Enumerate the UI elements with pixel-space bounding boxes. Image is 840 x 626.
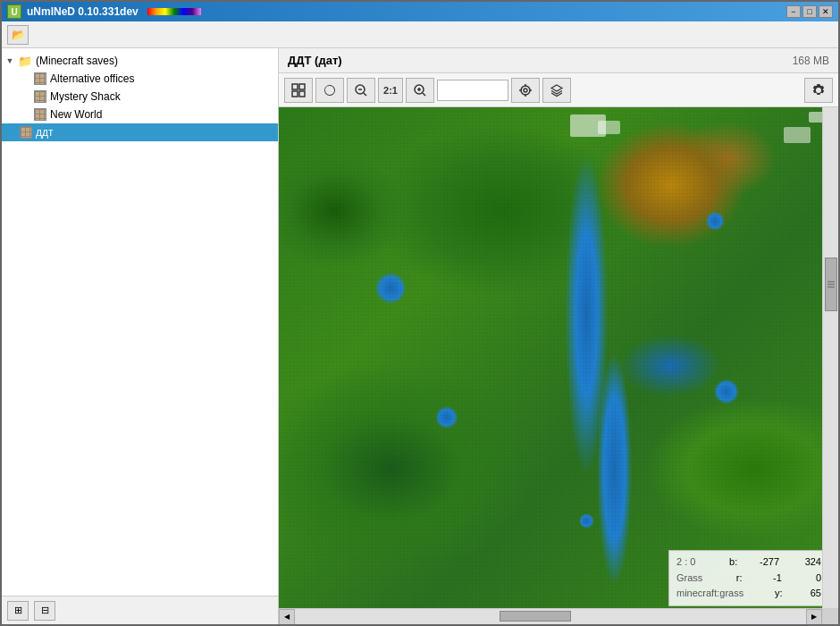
- map-header: ДДТ (дат) 168 MB: [279, 48, 838, 73]
- scroll-corner: [822, 608, 838, 624]
- map-horizontal-scrollbar[interactable]: ◀ ▶: [279, 608, 822, 624]
- title-bar: U uNmINeD 0.10.331dev − □ ✕: [2, 2, 838, 21]
- snow-patch: [784, 127, 811, 143]
- tree-label-ddt: ддт: [36, 126, 54, 139]
- svg-rect-3: [299, 91, 305, 97]
- settings-button[interactable]: [804, 78, 833, 103]
- scroll-track-h[interactable]: [295, 609, 806, 624]
- left-panel: ▼ 📁 (Minecraft saves) Alternative office…: [2, 48, 279, 624]
- world-icon: [34, 72, 46, 85]
- layers-button[interactable]: [542, 78, 571, 103]
- tree-label-alternative-offices: Alternative offices: [50, 72, 135, 85]
- svg-line-10: [423, 93, 425, 96]
- r-val2: 0: [794, 571, 821, 587]
- scroll-grip: [827, 282, 835, 288]
- b-val1: -277: [752, 554, 779, 571]
- status-row-coords: 2 : 0 b: -277 324: [676, 554, 821, 571]
- remove-world-button[interactable]: ⊟: [34, 601, 55, 621]
- go-to-spawn-button[interactable]: [511, 78, 540, 103]
- y-val: 65: [794, 586, 821, 602]
- svg-line-6: [364, 93, 366, 96]
- r-val1: -1: [755, 571, 782, 587]
- vertical-scroll-thumb[interactable]: [825, 258, 837, 311]
- zoom-out-button[interactable]: [347, 78, 375, 103]
- tree-item-alternative-offices[interactable]: Alternative offices: [2, 70, 278, 88]
- map-vertical-scrollbar[interactable]: [822, 107, 838, 608]
- night-mode-button[interactable]: [315, 78, 344, 103]
- map-toolbar: 2:1: [279, 73, 838, 107]
- map-canvas: 2 : 0 b: -277 324 Grass r: -1 0 mine: [279, 107, 838, 624]
- app-icon: U: [7, 4, 21, 19]
- tree-item-ddt[interactable]: ддт: [2, 123, 278, 141]
- svg-point-11: [521, 86, 530, 95]
- add-world-button[interactable]: ⊞: [7, 601, 29, 621]
- scroll-left-button[interactable]: ◀: [279, 609, 295, 625]
- b-label: b:: [710, 554, 737, 571]
- minimize-button[interactable]: −: [786, 5, 801, 18]
- file-tree: ▼ 📁 (Minecraft saves) Alternative office…: [2, 48, 278, 596]
- chevron-down-icon: ▼: [5, 56, 14, 65]
- svg-rect-1: [299, 84, 305, 89]
- title-controls: − □ ✕: [786, 5, 833, 18]
- tree-label-new-world: New World: [50, 108, 102, 121]
- map-title: ДДТ (дат): [288, 54, 342, 67]
- zoom-level-display: 2:1: [378, 78, 403, 103]
- world-icon: [20, 126, 32, 139]
- open-folder-button[interactable]: 📂: [7, 25, 29, 45]
- tree-item-root[interactable]: ▼ 📁 (Minecraft saves): [2, 52, 278, 70]
- main-content: ▼ 📁 (Minecraft saves) Alternative office…: [2, 48, 838, 624]
- b-val2: 324: [794, 554, 821, 571]
- tree-root-label: (Minecraft saves): [36, 55, 118, 67]
- main-window: U uNmINeD 0.10.331dev − □ ✕ 📂 ▼ 📁 (Minec…: [0, 0, 840, 626]
- rainbow-decoration: [147, 8, 201, 15]
- map-size: 168 MB: [793, 55, 829, 67]
- tree-item-new-world[interactable]: New World: [2, 106, 278, 123]
- type-label: Grass: [676, 571, 702, 587]
- coords-label: 2 : 0: [676, 554, 695, 571]
- zoom-in-button[interactable]: [406, 78, 434, 103]
- title-bar-left: U uNmINeD 0.10.331dev: [7, 4, 201, 19]
- map-search-input[interactable]: [437, 80, 508, 101]
- svg-rect-2: [292, 91, 298, 97]
- grip-line: [827, 284, 835, 285]
- r-label: r:: [716, 571, 743, 587]
- main-toolbar: 📂: [2, 21, 838, 48]
- folder-icon: 📁: [18, 55, 32, 68]
- svg-rect-0: [292, 84, 298, 89]
- grip-line: [827, 282, 835, 283]
- snow-patch: [598, 121, 620, 134]
- maximize-button[interactable]: □: [802, 5, 817, 18]
- terrain-overlay: [279, 107, 838, 624]
- horizontal-scroll-thumb[interactable]: [500, 611, 571, 622]
- grid-button[interactable]: [284, 78, 313, 103]
- biome-label: minecraft:grass: [676, 586, 743, 602]
- status-row-biome: minecraft:grass y: 65: [676, 586, 821, 602]
- tree-item-mystery-shack[interactable]: Mystery Shack: [2, 88, 278, 106]
- scroll-right-button[interactable]: ▶: [806, 609, 822, 625]
- svg-marker-17: [551, 85, 562, 91]
- world-icon: [34, 108, 46, 121]
- map-status-overlay: 2 : 0 b: -277 324 Grass r: -1 0 mine: [668, 550, 829, 606]
- tree-label-mystery-shack: Mystery Shack: [50, 90, 121, 103]
- map-container[interactable]: 2 : 0 b: -277 324 Grass r: -1 0 mine: [279, 107, 838, 624]
- grip-line: [827, 287, 835, 288]
- app-title: uNmINeD 0.10.331dev: [27, 5, 139, 18]
- world-icon: [34, 90, 46, 103]
- svg-point-12: [524, 89, 527, 92]
- right-panel: ДДТ (дат) 168 MB: [279, 48, 838, 624]
- left-bottom-bar: ⊞ ⊟: [2, 596, 278, 624]
- close-button[interactable]: ✕: [819, 5, 833, 18]
- status-row-type: Grass r: -1 0: [676, 571, 821, 587]
- y-label: y:: [756, 586, 783, 602]
